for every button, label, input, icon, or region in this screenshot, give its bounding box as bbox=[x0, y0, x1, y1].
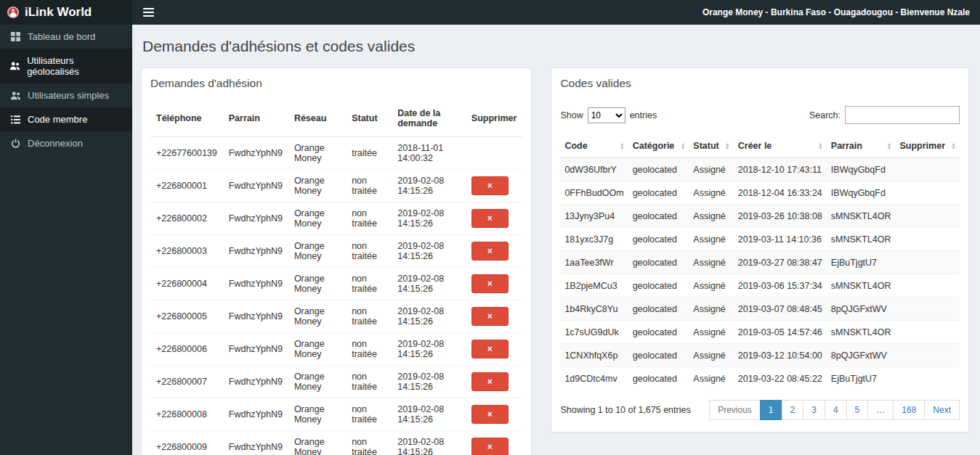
cell-statut: Assigné bbox=[689, 298, 733, 321]
sort-icon: ▲▼ bbox=[887, 142, 892, 149]
users-icon bbox=[9, 62, 20, 70]
main-content: Demandes d'adhésions et codes valides De… bbox=[132, 25, 980, 455]
cell-statut: non traitée bbox=[346, 235, 392, 268]
cell-statut: Assigné bbox=[689, 251, 733, 274]
sort-icon: ▲▼ bbox=[725, 142, 730, 149]
table-row: 13Jyny3Pu4geolocatedAssigné2019-03-26 10… bbox=[560, 205, 960, 228]
cell-creer-le: 2019-03-27 08:38:47 bbox=[734, 251, 827, 274]
sidebar-item-utilisateurs-geolocalises[interactable]: Utilisateurs géolocalisés bbox=[0, 49, 132, 83]
delete-button[interactable]: × bbox=[471, 340, 509, 358]
cell-categorie: geolocated bbox=[628, 367, 689, 390]
cell-supprimer bbox=[895, 298, 960, 321]
cell-supprimer bbox=[895, 367, 960, 390]
sortable-column-header[interactable]: Supprimer▲▼ bbox=[895, 134, 960, 158]
menu-toggle-button[interactable] bbox=[132, 0, 164, 25]
cell-parrain: FwdhzYphN9 bbox=[223, 431, 288, 455]
table-header-row: TéléphoneParrainRéseauStatutDate de la d… bbox=[150, 100, 522, 137]
cell-categorie: geolocated bbox=[628, 205, 689, 228]
cell-parrain: FwdhzYphN9 bbox=[223, 235, 288, 268]
pagination-page-button[interactable]: 3 bbox=[803, 400, 825, 420]
delete-button[interactable]: × bbox=[471, 242, 509, 261]
codes-table: Code▲▼Catégorie▲▼Statut▲▼Créer le▲▼Parra… bbox=[560, 134, 960, 390]
pagination-page-button[interactable]: 1 bbox=[760, 400, 782, 420]
sidebar-item-tableau-de-bord[interactable]: Tableau de bord bbox=[0, 25, 132, 49]
cell-telephone: +226800007 bbox=[150, 366, 223, 398]
pagination-next-button[interactable]: Next bbox=[924, 400, 960, 420]
search-label: Search: bbox=[809, 110, 841, 120]
delete-button[interactable]: × bbox=[471, 372, 509, 391]
delete-button[interactable]: × bbox=[471, 176, 509, 195]
pagination-page-button[interactable]: … bbox=[867, 400, 894, 420]
table-info: Showing 1 to 10 of 1,675 entries bbox=[560, 405, 690, 415]
pagination-page-button[interactable]: 168 bbox=[893, 400, 925, 420]
sortable-column-header[interactable]: Créer le▲▼ bbox=[734, 134, 827, 158]
cell-categorie: geolocated bbox=[628, 251, 689, 274]
sidebar-item-utilisateurs-simples[interactable]: Utilisateurs simples bbox=[0, 83, 132, 107]
table-row: 1c7sUG9dUkgeolocatedAssigné2019-03-05 14… bbox=[560, 321, 960, 344]
delete-button[interactable]: × bbox=[471, 307, 509, 326]
cell-telephone: +226800009 bbox=[150, 431, 223, 455]
cell-statut: non traitée bbox=[346, 333, 392, 366]
sidebar-item-label: Utilisateurs géolocalisés bbox=[27, 55, 123, 77]
app-title: iLink World bbox=[25, 5, 92, 20]
cell-code: 1aaTee3fWr bbox=[560, 251, 628, 274]
cell-reseau: Orange Money bbox=[288, 431, 346, 455]
pagination-page-button[interactable]: 4 bbox=[825, 400, 847, 420]
sidebar-item-deconnexion[interactable]: Déconnexion bbox=[0, 131, 132, 155]
cell-supprimer: × bbox=[466, 398, 523, 431]
cell-supprimer bbox=[895, 274, 960, 298]
cell-supprimer: × bbox=[466, 300, 523, 333]
pagination-page-button[interactable]: 2 bbox=[782, 400, 804, 420]
cell-statut: non traitée bbox=[346, 300, 392, 333]
cell-categorie: geolocated bbox=[628, 274, 689, 298]
codes-panel-title: Codes valides bbox=[551, 68, 968, 97]
cell-reseau: Orange Money bbox=[288, 202, 346, 235]
cell-categorie: geolocated bbox=[628, 181, 689, 205]
cell-parrain: FwdhzYphN9 bbox=[223, 170, 288, 202]
table-row: 1b4RkyC8YugeolocatedAssigné2019-03-07 08… bbox=[560, 298, 960, 321]
cell-creer-le: 2019-03-26 10:38:08 bbox=[734, 205, 827, 228]
delete-button[interactable]: × bbox=[471, 438, 509, 455]
sortable-column-header[interactable]: Statut▲▼ bbox=[689, 134, 733, 158]
table-row: +226800006FwdhzYphN9Orange Moneynon trai… bbox=[150, 333, 522, 366]
sidebar-item-label: Code membre bbox=[28, 114, 87, 125]
search-input[interactable] bbox=[845, 106, 960, 124]
cell-reseau: Orange Money bbox=[288, 366, 346, 398]
cell-code: 0FFhBudOOm bbox=[560, 181, 628, 205]
cell-creer-le: 2018-12-10 17:43:11 bbox=[734, 158, 827, 181]
cell-statut: non traitée bbox=[346, 170, 392, 202]
cell-supprimer bbox=[895, 181, 960, 205]
cell-date: 2019-02-08 14:15:26 bbox=[392, 235, 466, 268]
sort-icon: ▲▼ bbox=[951, 142, 956, 149]
page-length-select[interactable]: 10 bbox=[588, 107, 625, 123]
sidebar-menu: Tableau de bordUtilisateurs géolocalisés… bbox=[0, 25, 132, 155]
cell-statut: Assigné bbox=[689, 205, 733, 228]
delete-button[interactable]: × bbox=[471, 405, 509, 424]
cell-parrain: 8pQJGFxtWV bbox=[827, 344, 896, 367]
cell-code: 1d9CDtc4mv bbox=[560, 367, 628, 390]
delete-button[interactable]: × bbox=[471, 209, 509, 228]
pagination-previous-button[interactable]: Previous bbox=[709, 400, 761, 420]
pagination-page-button[interactable]: 5 bbox=[846, 400, 869, 420]
sort-icon: ▲▼ bbox=[680, 142, 685, 149]
sidebar-item-code-membre[interactable]: Code membre bbox=[0, 107, 132, 131]
power-icon bbox=[9, 139, 21, 148]
sortable-column-header[interactable]: Catégorie▲▼ bbox=[628, 134, 689, 158]
close-icon: × bbox=[487, 311, 493, 321]
table-row: +226800003FwdhzYphN9Orange Moneynon trai… bbox=[150, 235, 522, 268]
brand[interactable]: iLink World bbox=[0, 0, 132, 25]
cell-creer-le: 2018-12-04 16:33:24 bbox=[734, 181, 827, 205]
cell-creer-le: 2019-03-07 08:48:45 bbox=[734, 298, 827, 321]
cell-reseau: Orange Money bbox=[288, 398, 346, 431]
delete-button[interactable]: × bbox=[471, 274, 509, 293]
close-icon: × bbox=[487, 279, 493, 289]
sortable-column-header[interactable]: Code▲▼ bbox=[560, 134, 628, 158]
cell-creer-le: 2019-03-11 14:10:36 bbox=[734, 228, 827, 251]
sortable-column-header[interactable]: Parrain▲▼ bbox=[827, 134, 896, 158]
cell-statut: non traitée bbox=[346, 202, 392, 235]
cell-code: 13Jyny3Pu4 bbox=[560, 205, 628, 228]
cell-parrain: EjBuTjgtU7 bbox=[827, 251, 896, 274]
table-row: 1d9CDtc4mvgeolocatedAssigné2019-03-22 08… bbox=[560, 367, 960, 390]
cell-statut: non traitée bbox=[346, 366, 392, 398]
table-row: +226800009FwdhzYphN9Orange Moneynon trai… bbox=[150, 431, 522, 455]
